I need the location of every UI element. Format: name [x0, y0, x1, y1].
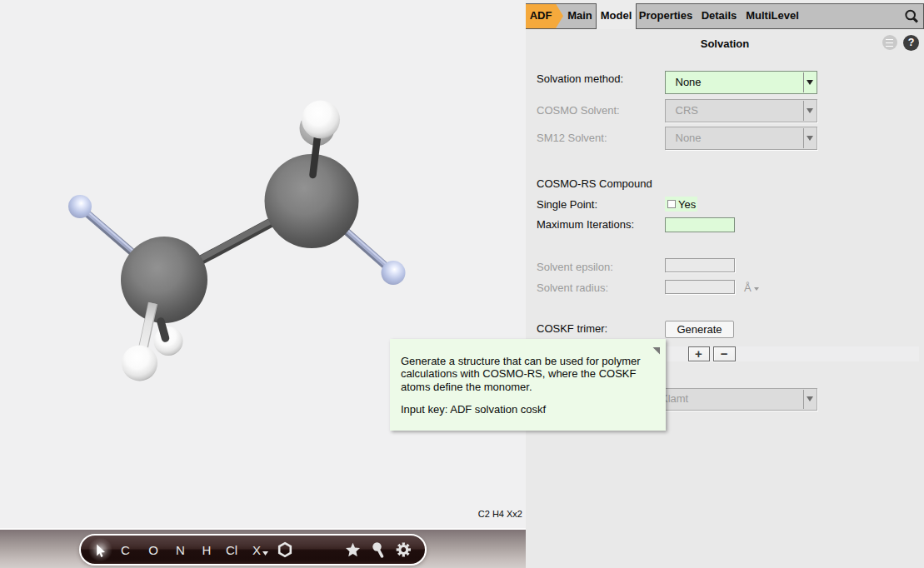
svg-text:Cl: Cl [226, 542, 237, 556]
svg-text:H: H [202, 542, 212, 556]
svg-text:X: X [252, 542, 261, 556]
svg-text:C: C [121, 542, 130, 556]
svg-text:O: O [148, 542, 158, 556]
svg-text:N: N [176, 542, 185, 556]
